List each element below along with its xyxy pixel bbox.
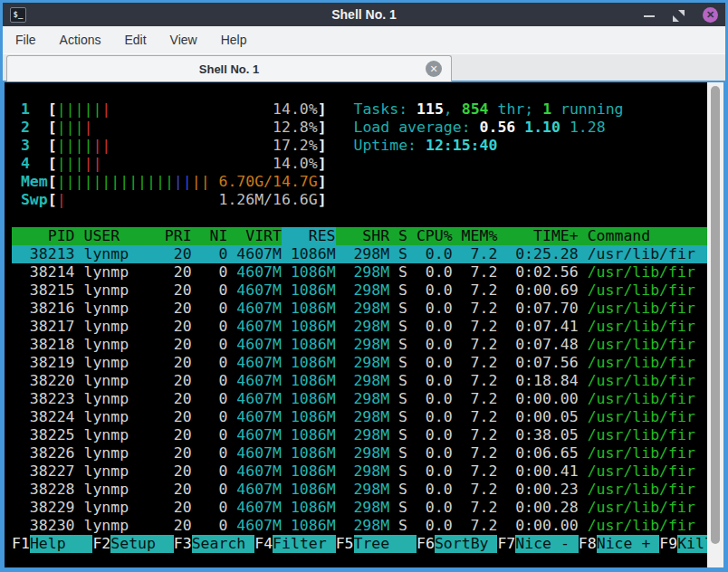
cell-time: 0:00.28 <box>497 499 578 517</box>
header-command[interactable]: Command <box>588 227 651 244</box>
process-row[interactable]: 38213lynmp2004607M1086M298MS0.07.20:25.2… <box>12 245 707 263</box>
cell-state: S <box>389 426 407 444</box>
process-row[interactable]: 38223lynmp2004607M1086M298MS0.07.20:00.0… <box>12 390 707 408</box>
process-row[interactable]: 38217lynmp2004607M1086M298MS0.07.20:07.4… <box>12 318 707 336</box>
cell-mem: 7.2 <box>453 281 498 300</box>
cell-command: /usr/lib/fir <box>588 318 695 335</box>
fkey-button[interactable]: F2Setup <box>92 535 173 552</box>
fkey-label: Tree <box>354 535 417 553</box>
menu-item[interactable]: View <box>170 33 197 47</box>
header-cpu[interactable]: CPU% <box>407 227 453 245</box>
cell-pid: 38215 <box>12 281 75 300</box>
fkey-button[interactable]: F7Nice - <box>497 535 578 552</box>
bracket: ] <box>318 100 327 118</box>
fkey-button[interactable]: F8Nice + <box>579 535 659 552</box>
bracket: ] <box>318 119 327 136</box>
threads-count: 854 <box>462 100 489 118</box>
process-row[interactable]: 38229lynmp2004607M1086M298MS0.07.20:00.2… <box>12 499 707 517</box>
running-count: 1 <box>542 100 551 118</box>
cell-mem: 7.2 <box>453 426 498 444</box>
process-row[interactable]: 38226lynmp2004607M1086M298MS0.07.20:06.6… <box>12 444 707 462</box>
header-pid[interactable]: PID <box>12 227 75 245</box>
tasks-count: 115 <box>417 100 444 118</box>
header-time[interactable]: TIME+ <box>497 227 578 245</box>
cell-cpu: 0.0 <box>407 517 453 535</box>
cell-cpu: 0.0 <box>407 462 453 481</box>
process-row[interactable]: 38227lynmp2004607M1086M298MS0.07.20:00.4… <box>12 462 707 481</box>
meter-bar: | <box>129 173 138 190</box>
minimize-button[interactable] <box>644 9 655 21</box>
cell-time: 0:06.65 <box>497 444 578 462</box>
process-row[interactable]: 38228lynmp2004607M1086M298MS0.07.20:00.2… <box>12 481 707 499</box>
process-row[interactable]: 38216lynmp2004607M1086M298MS0.07.20:07.7… <box>12 300 707 318</box>
fkey-button[interactable]: F6SortBy <box>417 535 497 552</box>
fkey-button[interactable]: F4Filter <box>254 535 335 552</box>
meter-bar: | <box>66 155 75 172</box>
cell-ni: 0 <box>192 263 228 281</box>
cell-shr: 298M <box>336 281 390 300</box>
cell-command: /usr/lib/fir <box>588 372 695 389</box>
cell-user: lynmp <box>83 300 164 318</box>
close-button[interactable]: ✕ <box>703 7 718 23</box>
header-pri[interactable]: PRI <box>165 227 192 245</box>
header-state[interactable]: S <box>389 227 407 245</box>
cell-pri: 20 <box>165 426 192 444</box>
header-virt[interactable]: VIRT <box>227 227 282 245</box>
scrollbar-thumb[interactable] <box>711 86 720 544</box>
fkey-button[interactable]: F1Help <box>12 535 92 552</box>
meter-bar: | <box>75 155 84 172</box>
cell-pid: 38223 <box>12 390 75 408</box>
cell-virt: 4607M <box>227 336 282 354</box>
meter-bar: | <box>120 173 129 190</box>
fkey-button[interactable]: F5Tree <box>336 535 417 552</box>
header-shr[interactable]: SHR <box>336 227 390 245</box>
header-ni[interactable]: NI <box>192 227 228 245</box>
process-row[interactable]: 38215lynmp2004607M1086M298MS0.07.20:00.6… <box>12 281 707 300</box>
menu-item[interactable]: File <box>15 33 36 47</box>
meter-bar: | <box>83 100 92 118</box>
process-row[interactable]: 38214lynmp2004607M1086M298MS0.07.20:02.5… <box>12 263 707 281</box>
process-row[interactable]: 38225lynmp2004607M1086M298MS0.07.20:38.0… <box>12 426 707 444</box>
terminal-screen[interactable]: 1[||||||14.0%]Tasks: 115, 854 thr; 1 run… <box>5 82 707 567</box>
fkey-button[interactable]: F3Search <box>174 535 254 552</box>
cell-mem: 7.2 <box>453 263 498 281</box>
process-row[interactable]: 38230lynmp2004607M1086M298MS0.07.20:00.0… <box>12 517 707 535</box>
cell-pri: 20 <box>165 408 192 426</box>
cell-user: lynmp <box>83 263 164 281</box>
cell-ni: 0 <box>192 281 228 300</box>
cell-time: 0:38.05 <box>497 426 578 444</box>
cpu2-meter: ||||12.8% <box>57 119 318 137</box>
process-row[interactable]: 38220lynmp2004607M1086M298MS0.07.20:18.8… <box>12 372 707 390</box>
menu-item[interactable]: Actions <box>60 33 101 47</box>
cell-pri: 20 <box>165 481 192 499</box>
cpu1-meter-row: 1[||||||14.0%]Tasks: 115, 854 thr; 1 run… <box>12 100 707 119</box>
restore-button[interactable] <box>673 9 685 21</box>
process-row[interactable]: 38218lynmp2004607M1086M298MS0.07.20:07.4… <box>12 336 707 354</box>
cell-ni: 0 <box>192 426 228 444</box>
cell-res: 1086M <box>282 263 336 281</box>
header-user[interactable]: USER <box>83 227 164 245</box>
cell-cpu: 0.0 <box>407 281 453 300</box>
menu-item[interactable]: Help <box>221 33 247 47</box>
menu-item[interactable]: Edit <box>124 33 146 47</box>
header-res-sort-column[interactable]: RES <box>282 227 336 245</box>
cpu2-label: 2 <box>21 119 48 137</box>
cell-shr: 298M <box>336 462 390 481</box>
cell-virt: 4607M <box>227 318 282 336</box>
scrollbar-track[interactable] <box>707 82 723 567</box>
bracket: ] <box>318 137 327 154</box>
fkey-button[interactable]: F9Kill <box>659 535 707 552</box>
process-row[interactable]: 38219lynmp2004607M1086M298MS0.07.20:07.5… <box>12 354 707 372</box>
process-row[interactable]: 38224lynmp2004607M1086M298MS0.07.20:00.0… <box>12 408 707 426</box>
cell-mem: 7.2 <box>453 444 498 462</box>
threads-label: thr; <box>489 100 543 118</box>
meter-bar: | <box>57 155 66 172</box>
cell-virt: 4607M <box>227 263 282 281</box>
cell-user: lynmp <box>83 408 164 426</box>
tab-shell[interactable]: Shell No. 1 ✕ <box>6 55 452 81</box>
tab-close-icon[interactable]: ✕ <box>426 61 442 77</box>
cell-res: 1086M <box>282 426 336 444</box>
header-mem[interactable]: MEM% <box>453 227 498 245</box>
meter-bar: | <box>183 173 192 190</box>
cell-cpu: 0.0 <box>407 408 453 426</box>
